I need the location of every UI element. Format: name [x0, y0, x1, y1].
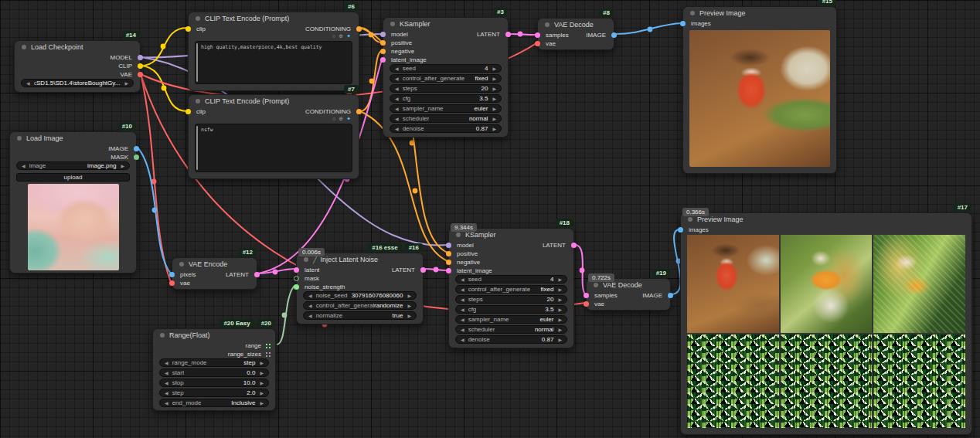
input-slot-latent_image[interactable]: [380, 57, 386, 63]
collapse-dot-icon[interactable]: [690, 11, 695, 15]
decrement-arrow-icon[interactable]: ◀: [461, 307, 464, 312]
collapse-dot-icon[interactable]: [160, 333, 165, 338]
node-title-bar[interactable]: Load Image: [10, 132, 136, 144]
node-title-bar[interactable]: KSampler: [383, 18, 508, 30]
node-ksampler-18[interactable]: #189.344sKSamplermodelLATENTpositivenega…: [448, 228, 574, 348]
node-title-bar[interactable]: CLIP Text Encode (Prompt): [189, 12, 359, 25]
increment-arrow-icon[interactable]: ▶: [492, 66, 496, 71]
decrement-arrow-icon[interactable]: ◀: [308, 313, 312, 318]
increment-arrow-icon[interactable]: ▶: [558, 277, 562, 282]
increment-arrow-icon[interactable]: ▶: [492, 86, 496, 91]
globe-icon[interactable]: ⊕: [339, 33, 343, 39]
input-slot-model[interactable]: [380, 32, 386, 37]
increment-arrow-icon[interactable]: ▶: [558, 337, 562, 342]
decrement-arrow-icon[interactable]: ◀: [461, 337, 464, 342]
collapse-dot-icon[interactable]: [545, 22, 550, 27]
node-title-bar[interactable]: Preview Image: [681, 213, 971, 226]
widget-step[interactable]: ◀step2.0▶: [159, 389, 269, 397]
widget-seed[interactable]: ◀seed4▶: [390, 64, 502, 73]
increment-arrow-icon[interactable]: ▶: [558, 327, 562, 332]
increment-arrow-icon[interactable]: ▶: [558, 287, 562, 292]
collapse-dot-icon[interactable]: [304, 257, 308, 262]
increment-arrow-icon[interactable]: ▶: [260, 360, 264, 365]
grid-output-icon[interactable]: [266, 352, 267, 354]
decrement-arrow-icon[interactable]: ◀: [395, 116, 399, 121]
prompt-textarea[interactable]: nsfw: [195, 124, 352, 172]
input-slot-mask[interactable]: [294, 276, 299, 281]
output-slot-LATENT[interactable]: [420, 267, 426, 273]
decrement-arrow-icon[interactable]: ◀: [461, 297, 464, 302]
widget-range_mode[interactable]: ◀range_modestep▶: [159, 358, 269, 367]
node-preview-image-17[interactable]: #170.366sPreview Imageimages: [680, 212, 972, 435]
decrement-arrow-icon[interactable]: ◀: [461, 317, 464, 322]
collapse-dot-icon[interactable]: [22, 45, 26, 49]
decrement-arrow-icon[interactable]: ◀: [308, 293, 312, 298]
node-range-float[interactable]: #20 Easy#20Range(Float)rangerange_sizes◀…: [152, 328, 276, 411]
increment-arrow-icon[interactable]: ▶: [492, 76, 496, 81]
decrement-arrow-icon[interactable]: ◀: [395, 66, 399, 71]
decrement-arrow-icon[interactable]: ◀: [22, 163, 26, 168]
input-slot-vae[interactable]: [535, 41, 540, 46]
input-slot-positive[interactable]: [380, 40, 386, 46]
increment-arrow-icon[interactable]: ▶: [492, 116, 496, 121]
decrement-arrow-icon[interactable]: ◀: [395, 126, 399, 131]
input-slot-vae[interactable]: [584, 301, 589, 307]
input-slot-clip[interactable]: [185, 109, 191, 114]
input-slot-negative[interactable]: [446, 260, 451, 265]
sparkle-icon[interactable]: ✦: [346, 33, 351, 39]
widget-steps[interactable]: ◀steps20▶: [455, 295, 567, 304]
node-vae-decode-8[interactable]: #8VAE DecodesamplesIMAGEvae: [537, 18, 614, 50]
decrement-arrow-icon[interactable]: ◀: [461, 277, 464, 282]
widget-denoise[interactable]: ◀denoise0.87▶: [455, 335, 567, 344]
output-slot-MODEL[interactable]: [138, 55, 143, 60]
increment-arrow-icon[interactable]: ▶: [124, 80, 128, 86]
output-slot-VAE[interactable]: [138, 72, 143, 77]
node-title-bar[interactable]: VAE Encode: [172, 258, 257, 270]
increment-arrow-icon[interactable]: ▶: [260, 400, 264, 406]
node-vae-decode-19[interactable]: #190.722sVAE DecodesamplesIMAGEvae: [586, 278, 671, 311]
decrement-arrow-icon[interactable]: ◀: [26, 80, 30, 86]
widget-denoise[interactable]: ◀denoise0.87▶: [390, 124, 502, 133]
input-slot-images[interactable]: [678, 227, 683, 233]
output-slot-CONDITIONING[interactable]: [356, 26, 362, 32]
node-clip-text-encode-negative[interactable]: #7CLIP Text Encode (Prompt)clipCONDITION…: [188, 94, 359, 179]
widget-ckpt_name[interactable]: ◀ckpt_nameSD1.5\SD1.4\storeBoughtGy...▶: [21, 79, 134, 87]
globe-icon[interactable]: ⊕: [339, 116, 343, 122]
decrement-arrow-icon[interactable]: ◀: [461, 327, 464, 332]
widget-seed[interactable]: ◀seed4▶: [455, 275, 567, 284]
widget-control_after_generate[interactable]: ◀control_after_generaterandomize▶: [303, 301, 417, 310]
node-inject-latent-noise[interactable]: #16 esse#160.006s╱Inject Latent Noiselat…: [296, 253, 424, 324]
graph-canvas[interactable]: #14Load CheckpointMODELCLIPVAE◀ckpt_name…: [0, 0, 980, 438]
input-slot-samples[interactable]: [584, 293, 589, 298]
input-slot-latent_image[interactable]: [446, 268, 451, 273]
input-slot-clip[interactable]: [185, 26, 191, 32]
output-slot-MASK[interactable]: [134, 154, 139, 160]
collapse-dot-icon[interactable]: [456, 233, 461, 237]
output-slot-CONDITIONING[interactable]: [356, 109, 362, 114]
widget-sampler_name[interactable]: ◀sampler_nameeuler▶: [390, 104, 502, 113]
collapse-dot-icon[interactable]: [179, 262, 184, 267]
input-slot-noise_strength[interactable]: [294, 284, 299, 290]
node-title-bar[interactable]: Preview Image: [683, 7, 836, 19]
increment-arrow-icon[interactable]: ▶: [260, 370, 264, 375]
widget-control_after_generate[interactable]: ◀control_after_generatefixed▶: [390, 74, 502, 83]
output-slot-LATENT[interactable]: [571, 243, 577, 248]
decrement-arrow-icon[interactable]: ◀: [308, 303, 312, 308]
input-slot-pixels[interactable]: [169, 272, 175, 277]
decrement-arrow-icon[interactable]: ◀: [461, 287, 464, 292]
collapse-dot-icon[interactable]: [196, 16, 200, 21]
increment-arrow-icon[interactable]: ▶: [407, 293, 411, 298]
decrement-arrow-icon[interactable]: ◀: [165, 400, 168, 406]
widget-end_mode[interactable]: ◀end_modeInclusive▶: [159, 399, 269, 407]
node-clip-text-encode-positive[interactable]: #6CLIP Text Encode (Prompt)clipCONDITION…: [188, 12, 359, 91]
increment-arrow-icon[interactable]: ▶: [407, 303, 411, 308]
input-slot-images[interactable]: [680, 21, 686, 26]
widget-cfg[interactable]: ◀cfg3.5▶: [390, 94, 502, 103]
node-vae-encode-12[interactable]: #12VAE EncodepixelsLATENTvae: [172, 257, 257, 290]
prompt-textarea[interactable]: high quality,masterpiece,4k,best quality: [195, 41, 352, 84]
collapse-dot-icon[interactable]: [688, 217, 692, 222]
increment-arrow-icon[interactable]: ▶: [492, 126, 496, 131]
collapse-dot-icon[interactable]: [390, 22, 395, 26]
input-slot-latent[interactable]: [294, 267, 299, 273]
increment-arrow-icon[interactable]: ▶: [558, 297, 562, 302]
